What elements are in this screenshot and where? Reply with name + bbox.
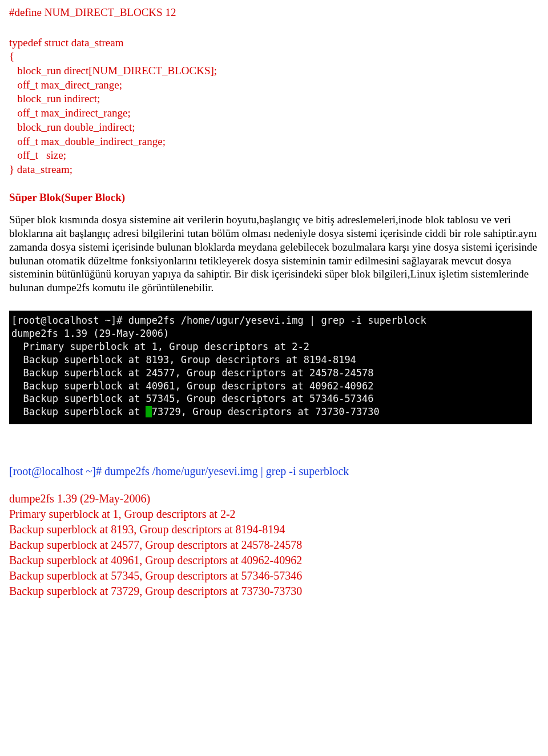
code-line-5: off_t max_direct_range; <box>9 78 539 93</box>
terminal-cursor-icon: _ <box>146 406 151 417</box>
terminal-line-2: dumpe2fs 1.39 (29-May-2006) <box>11 328 169 339</box>
code-line-define: #define NUM_DIRECT_BLOCKS 12 <box>9 6 539 20</box>
output-line-6: Backup superblock at 57345, Group descri… <box>9 568 539 584</box>
terminal-line-4: Backup superblock at 8193, Group descrip… <box>11 354 356 365</box>
command-output: dumpe2fs 1.39 (29-May-2006) Primary supe… <box>9 491 539 599</box>
section-heading-superblock: Süper Blok(Super Block) <box>9 191 539 204</box>
code-struct: typedef struct data_stream { block_run d… <box>9 36 539 177</box>
code-line-7: off_t max_indirect_range; <box>9 106 539 120</box>
output-line-3: Backup superblock at 8193, Group descrip… <box>9 522 539 537</box>
terminal-line-7: Backup superblock at 57345, Group descri… <box>11 393 374 404</box>
code-line-4: block_run direct[NUM_DIRECT_BLOCKS]; <box>9 64 539 78</box>
terminal-line-8a: Backup superblock at <box>11 406 146 417</box>
code-line-10: off_t size; <box>9 148 539 163</box>
terminal-line-8b: 73729, Group descriptors at 73730-73730 <box>152 406 380 417</box>
code-line-11: } data_stream; <box>9 163 539 177</box>
code-define: #define NUM_DIRECT_BLOCKS 12 <box>9 6 539 20</box>
terminal-line-5: Backup superblock at 24577, Group descri… <box>11 367 374 379</box>
terminal-line-1: [root@localhost ~]# dumpe2fs /home/ugur/… <box>11 315 426 326</box>
output-line-7: Backup superblock at 73729, Group descri… <box>9 584 539 599</box>
command-line-text: [root@localhost ~]# dumpe2fs /home/ugur/… <box>9 464 539 478</box>
code-line-8: block_run double_indirect; <box>9 120 539 135</box>
output-line-2: Primary superblock at 1, Group descripto… <box>9 506 539 522</box>
code-line-2: typedef struct data_stream <box>9 36 539 50</box>
paragraph-superblock: Süper blok kısmında dosya sistemine ait … <box>9 213 539 295</box>
terminal-line-3: Primary superblock at 1, Group descripto… <box>11 341 309 352</box>
terminal-screenshot: [root@localhost ~]# dumpe2fs /home/ugur/… <box>9 311 532 425</box>
output-line-4: Backup superblock at 24577, Group descri… <box>9 537 539 553</box>
output-line-5: Backup superblock at 40961, Group descri… <box>9 553 539 568</box>
code-line-9: off_t max_double_indirect_range; <box>9 135 539 149</box>
code-line-3: { <box>9 50 539 64</box>
terminal-line-6: Backup superblock at 40961, Group descri… <box>11 380 374 392</box>
code-line-6: block_run indirect; <box>9 92 539 106</box>
output-line-1: dumpe2fs 1.39 (29-May-2006) <box>9 491 539 506</box>
